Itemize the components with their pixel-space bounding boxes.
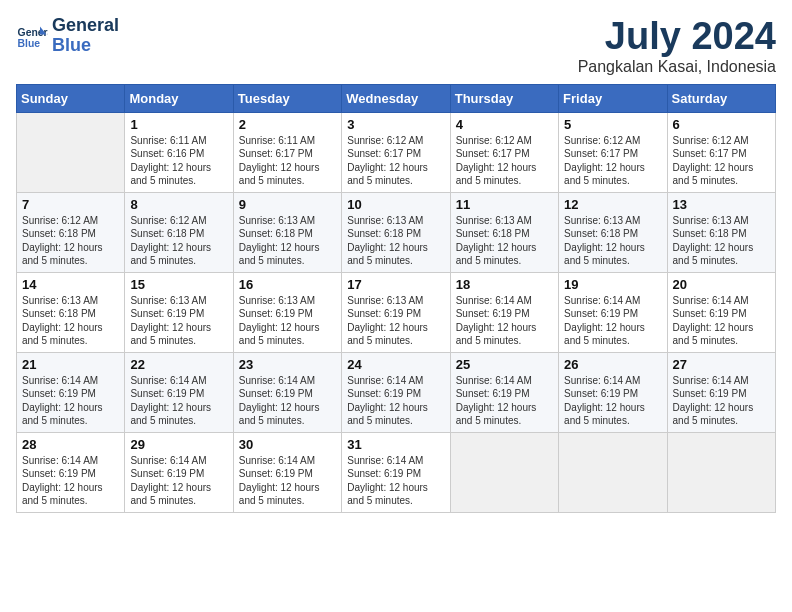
calendar-day-cell: 15 Sunrise: 6:13 AM Sunset: 6:19 PM Dayl… — [125, 272, 233, 352]
calendar-day-cell: 6 Sunrise: 6:12 AM Sunset: 6:17 PM Dayli… — [667, 112, 775, 192]
sunrise-text: Sunrise: 6:14 AM — [239, 455, 315, 466]
sunrise-text: Sunrise: 6:14 AM — [22, 375, 98, 386]
daylight-text: Daylight: 12 hours and 5 minutes. — [564, 162, 645, 187]
sunrise-text: Sunrise: 6:14 AM — [564, 295, 640, 306]
weekday-header-cell: Friday — [559, 84, 667, 112]
daylight-text: Daylight: 12 hours and 5 minutes. — [130, 162, 211, 187]
day-info: Sunrise: 6:11 AM Sunset: 6:17 PM Dayligh… — [239, 134, 336, 188]
daylight-text: Daylight: 12 hours and 5 minutes. — [456, 322, 537, 347]
day-info: Sunrise: 6:12 AM Sunset: 6:17 PM Dayligh… — [456, 134, 553, 188]
sunrise-text: Sunrise: 6:14 AM — [347, 375, 423, 386]
daylight-text: Daylight: 12 hours and 5 minutes. — [347, 242, 428, 267]
calendar-day-cell: 25 Sunrise: 6:14 AM Sunset: 6:19 PM Dayl… — [450, 352, 558, 432]
day-number: 20 — [673, 277, 770, 292]
calendar-day-cell: 17 Sunrise: 6:13 AM Sunset: 6:19 PM Dayl… — [342, 272, 450, 352]
day-number: 4 — [456, 117, 553, 132]
sunrise-text: Sunrise: 6:14 AM — [456, 375, 532, 386]
day-number: 1 — [130, 117, 227, 132]
sunset-text: Sunset: 6:18 PM — [456, 228, 530, 239]
sunset-text: Sunset: 6:19 PM — [239, 308, 313, 319]
daylight-text: Daylight: 12 hours and 5 minutes. — [456, 402, 537, 427]
daylight-text: Daylight: 12 hours and 5 minutes. — [130, 402, 211, 427]
day-number: 16 — [239, 277, 336, 292]
calendar-day-cell: 10 Sunrise: 6:13 AM Sunset: 6:18 PM Dayl… — [342, 192, 450, 272]
calendar-day-cell — [559, 432, 667, 512]
daylight-text: Daylight: 12 hours and 5 minutes. — [456, 242, 537, 267]
day-info: Sunrise: 6:12 AM Sunset: 6:18 PM Dayligh… — [130, 214, 227, 268]
sunrise-text: Sunrise: 6:13 AM — [239, 295, 315, 306]
day-info: Sunrise: 6:13 AM Sunset: 6:19 PM Dayligh… — [130, 294, 227, 348]
sunset-text: Sunset: 6:19 PM — [347, 308, 421, 319]
day-info: Sunrise: 6:11 AM Sunset: 6:16 PM Dayligh… — [130, 134, 227, 188]
daylight-text: Daylight: 12 hours and 5 minutes. — [673, 322, 754, 347]
logo-text: General Blue — [52, 16, 119, 56]
sunrise-text: Sunrise: 6:14 AM — [130, 375, 206, 386]
sunset-text: Sunset: 6:19 PM — [456, 388, 530, 399]
day-info: Sunrise: 6:14 AM Sunset: 6:19 PM Dayligh… — [239, 374, 336, 428]
sunrise-text: Sunrise: 6:14 AM — [239, 375, 315, 386]
sunset-text: Sunset: 6:19 PM — [22, 388, 96, 399]
day-info: Sunrise: 6:12 AM Sunset: 6:17 PM Dayligh… — [347, 134, 444, 188]
weekday-header-cell: Saturday — [667, 84, 775, 112]
calendar-day-cell: 4 Sunrise: 6:12 AM Sunset: 6:17 PM Dayli… — [450, 112, 558, 192]
calendar-day-cell: 27 Sunrise: 6:14 AM Sunset: 6:19 PM Dayl… — [667, 352, 775, 432]
daylight-text: Daylight: 12 hours and 5 minutes. — [456, 162, 537, 187]
calendar-day-cell: 23 Sunrise: 6:14 AM Sunset: 6:19 PM Dayl… — [233, 352, 341, 432]
calendar-week-row: 21 Sunrise: 6:14 AM Sunset: 6:19 PM Dayl… — [17, 352, 776, 432]
daylight-text: Daylight: 12 hours and 5 minutes. — [347, 322, 428, 347]
day-number: 15 — [130, 277, 227, 292]
logo: General Blue General Blue — [16, 16, 119, 56]
sunset-text: Sunset: 6:19 PM — [130, 468, 204, 479]
daylight-text: Daylight: 12 hours and 5 minutes. — [673, 242, 754, 267]
daylight-text: Daylight: 12 hours and 5 minutes. — [347, 162, 428, 187]
calendar-day-cell: 20 Sunrise: 6:14 AM Sunset: 6:19 PM Dayl… — [667, 272, 775, 352]
day-info: Sunrise: 6:13 AM Sunset: 6:18 PM Dayligh… — [564, 214, 661, 268]
calendar-day-cell: 12 Sunrise: 6:13 AM Sunset: 6:18 PM Dayl… — [559, 192, 667, 272]
month-title: July 2024 — [578, 16, 776, 58]
calendar-day-cell: 24 Sunrise: 6:14 AM Sunset: 6:19 PM Dayl… — [342, 352, 450, 432]
day-info: Sunrise: 6:14 AM Sunset: 6:19 PM Dayligh… — [673, 374, 770, 428]
calendar-day-cell: 26 Sunrise: 6:14 AM Sunset: 6:19 PM Dayl… — [559, 352, 667, 432]
sunset-text: Sunset: 6:19 PM — [239, 468, 313, 479]
day-number: 8 — [130, 197, 227, 212]
day-number: 29 — [130, 437, 227, 452]
sunrise-text: Sunrise: 6:13 AM — [22, 295, 98, 306]
day-number: 24 — [347, 357, 444, 372]
sunset-text: Sunset: 6:19 PM — [239, 388, 313, 399]
calendar-week-row: 7 Sunrise: 6:12 AM Sunset: 6:18 PM Dayli… — [17, 192, 776, 272]
calendar-week-row: 14 Sunrise: 6:13 AM Sunset: 6:18 PM Dayl… — [17, 272, 776, 352]
sunset-text: Sunset: 6:19 PM — [347, 468, 421, 479]
day-info: Sunrise: 6:14 AM Sunset: 6:19 PM Dayligh… — [130, 454, 227, 508]
day-info: Sunrise: 6:14 AM Sunset: 6:19 PM Dayligh… — [456, 374, 553, 428]
calendar-day-cell — [667, 432, 775, 512]
day-info: Sunrise: 6:13 AM Sunset: 6:18 PM Dayligh… — [347, 214, 444, 268]
day-info: Sunrise: 6:14 AM Sunset: 6:19 PM Dayligh… — [239, 454, 336, 508]
day-number: 6 — [673, 117, 770, 132]
day-number: 3 — [347, 117, 444, 132]
day-info: Sunrise: 6:14 AM Sunset: 6:19 PM Dayligh… — [564, 374, 661, 428]
page-header: General Blue General Blue July 2024 Pang… — [16, 16, 776, 76]
calendar-body: 1 Sunrise: 6:11 AM Sunset: 6:16 PM Dayli… — [17, 112, 776, 512]
calendar-day-cell: 9 Sunrise: 6:13 AM Sunset: 6:18 PM Dayli… — [233, 192, 341, 272]
calendar-day-cell — [17, 112, 125, 192]
sunset-text: Sunset: 6:18 PM — [22, 228, 96, 239]
sunset-text: Sunset: 6:17 PM — [456, 148, 530, 159]
sunrise-text: Sunrise: 6:11 AM — [239, 135, 315, 146]
calendar-day-cell: 1 Sunrise: 6:11 AM Sunset: 6:16 PM Dayli… — [125, 112, 233, 192]
sunset-text: Sunset: 6:18 PM — [564, 228, 638, 239]
day-number: 25 — [456, 357, 553, 372]
day-number: 27 — [673, 357, 770, 372]
calendar-day-cell: 3 Sunrise: 6:12 AM Sunset: 6:17 PM Dayli… — [342, 112, 450, 192]
day-info: Sunrise: 6:12 AM Sunset: 6:17 PM Dayligh… — [673, 134, 770, 188]
calendar-day-cell: 16 Sunrise: 6:13 AM Sunset: 6:19 PM Dayl… — [233, 272, 341, 352]
sunrise-text: Sunrise: 6:13 AM — [673, 215, 749, 226]
sunrise-text: Sunrise: 6:11 AM — [130, 135, 206, 146]
sunset-text: Sunset: 6:19 PM — [22, 468, 96, 479]
day-info: Sunrise: 6:14 AM Sunset: 6:19 PM Dayligh… — [22, 454, 119, 508]
location-title: Pangkalan Kasai, Indonesia — [578, 58, 776, 76]
day-info: Sunrise: 6:13 AM Sunset: 6:18 PM Dayligh… — [456, 214, 553, 268]
daylight-text: Daylight: 12 hours and 5 minutes. — [239, 482, 320, 507]
day-number: 12 — [564, 197, 661, 212]
day-info: Sunrise: 6:13 AM Sunset: 6:18 PM Dayligh… — [673, 214, 770, 268]
sunrise-text: Sunrise: 6:12 AM — [673, 135, 749, 146]
